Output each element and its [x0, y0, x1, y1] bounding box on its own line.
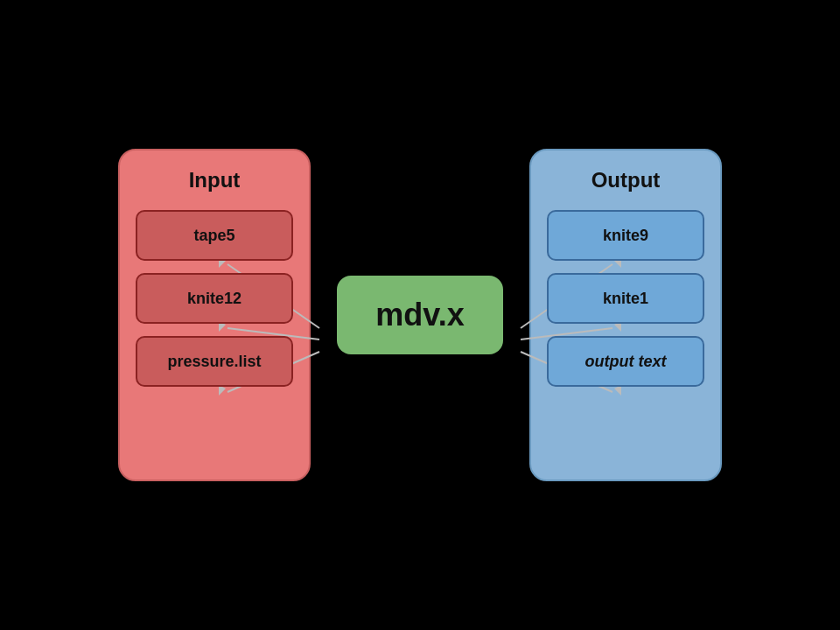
output-panel: Output knite9 knite1 output text: [529, 149, 722, 481]
diagram: Input tape5 knite12 pressure.list mdv.x …: [26, 96, 814, 534]
input-item-pressure-list[interactable]: pressure.list: [136, 336, 293, 387]
center-node[interactable]: mdv.x: [337, 276, 503, 354]
input-item-knite12[interactable]: knite12: [136, 273, 293, 324]
output-item-output-text[interactable]: output text: [547, 336, 704, 387]
output-panel-title: Output: [592, 168, 661, 192]
output-item-knite1[interactable]: knite1: [547, 273, 704, 324]
input-panel-title: Input: [189, 168, 241, 192]
output-item-knite9[interactable]: knite9: [547, 210, 704, 261]
input-panel: Input tape5 knite12 pressure.list: [118, 149, 311, 481]
input-item-tape5[interactable]: tape5: [136, 210, 293, 261]
